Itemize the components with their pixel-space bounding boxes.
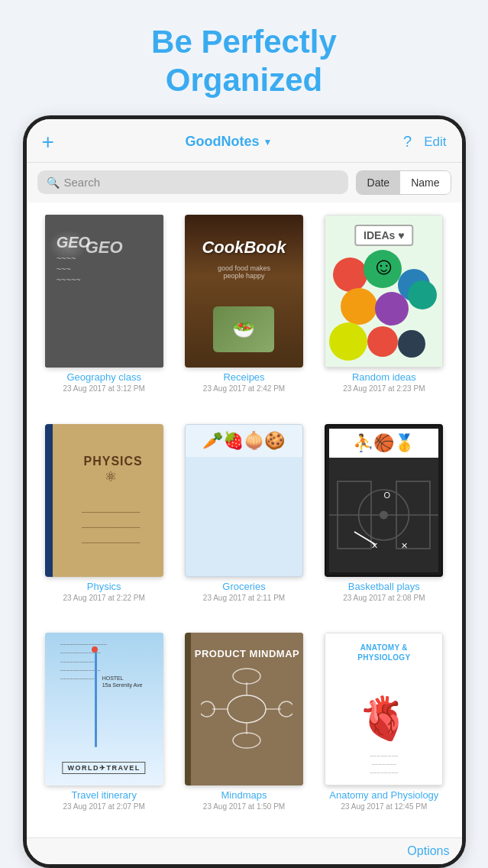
notebook-date: 23 Aug 2017 at 1:50 PM [203,802,285,811]
cookbook-sub: good food makespeople happy [191,264,298,280]
notebook-name: Physics [87,581,121,592]
notebook-date: 23 Aug 2017 at 2:23 PM [343,384,425,393]
mindmap-svg [201,667,292,751]
notebook-item[interactable]: 🥕🍓🧅🍪 Groceries 23 Aug 2017 at 2:11 PM [174,419,314,629]
notebook-cover-travel: ~~~~~~~~~~~~~~~ ~~~~~~~~~~~~~ ~~~~~~~~~~… [45,633,163,785]
dot-red2 [367,326,398,357]
search-icon: 🔍 [47,177,60,189]
notebook-item[interactable]: Product Mindmap [174,628,314,837]
notebook-item[interactable]: ⛹️🏀🥇 ✕ ✕ O [314,419,454,629]
svg-text:✕: ✕ [401,541,408,550]
notebook-date: 23 Aug 2017 at 2:11 PM [203,594,285,602]
notebook-cover-random: IDEAs ♥ ☺ [325,215,443,368]
nav-title-wrap[interactable]: GoodNotes ▼ [186,134,273,150]
notebook-item[interactable]: ANATOMY &PHYSIOLOGY 🫀 ~~~~~~~~~~~~~~~~~~… [314,628,454,837]
notebook-cover-physics: PHYSICS ⚛ ──────────────────────────────… [45,424,163,577]
notebook-name: Anatomy and Physiology [329,789,438,801]
notebook-name: Geography class [66,371,141,383]
dot-dark [398,330,425,358]
notebook-item[interactable]: ~~~~~~~~~~~~~~~ ~~~~~~~~~~~~~ ~~~~~~~~~~… [34,628,174,837]
physics-content: PHYSICS ⚛ ──────────────────────────────… [73,424,143,577]
map-road [95,648,97,747]
travel-map: ~~~~~~~~~~~~~~~ ~~~~~~~~~~~~~ ~~~~~~~~~~… [45,633,163,785]
svg-point-17 [233,733,260,748]
dot-teal [408,280,437,309]
map-pin [92,646,98,653]
notebook-name: Mindmaps [221,789,267,801]
notebook-name: Groceries [222,581,265,592]
dot-orange [341,288,377,325]
edit-button[interactable]: Edit [424,134,446,150]
toolbar: 🔍 Search Date Name [27,163,462,202]
sort-buttons: Date Name [356,170,451,195]
court-svg: ✕ ✕ O [329,458,438,572]
notebook-item[interactable]: IDEAs ♥ ☺ Random ideas 23 Aug 2017 at 2:… [314,210,454,419]
notebook-date: 23 Aug 2017 at 2:07 PM [63,802,145,811]
sort-date-button[interactable]: Date [357,171,401,194]
hero-title-line2: Organized [166,62,322,98]
cookbook-title: CookBook [202,238,286,257]
notebook-name: Random ideas [352,371,416,383]
atom-icon: ⚛ [105,468,117,485]
notebook-cover-mindmap: Product Mindmap [185,633,303,785]
notebook-item[interactable]: GEO ~~~~~~~~~~~~ Geography class 23 Aug … [34,210,174,419]
notebook-name: Travel itinerary [71,789,136,801]
search-box[interactable]: 🔍 Search [37,170,348,194]
map-hostel: HOSTEL15a Serenity Ave [102,675,143,688]
hero-title-line1: Be Perfectly [151,24,337,60]
ideas-label: IDEAs ♥ [354,225,413,246]
dot-purple [375,292,409,326]
physics-lines: ──────────────────────────────────── [82,508,141,546]
svg-text:O: O [384,491,391,500]
notebook-date: 23 Aug 2017 at 3:12 PM [63,384,145,393]
basketball-inner: ⛹️🏀🥇 ✕ ✕ O [329,429,438,572]
heart-icon: 🫀 [357,694,410,743]
nav-actions: ? Edit [403,133,446,151]
svg-point-11 [233,669,260,684]
mindmap-bg: Product Mindmap [191,633,303,785]
phone-shell: + GoodNotes ▼ ? Edit 🔍 Search Date Name … [23,115,466,868]
anatomy-lines: ~~~~~~~~~~~~~~~~~~~~~~~ [370,752,398,778]
notebooks-grid: GEO ~~~~~~~~~~~~ Geography class 23 Aug … [27,202,462,837]
svg-point-4 [380,510,388,519]
notebook-cover-geo: GEO ~~~~~~~~~~~~ [45,215,163,368]
notebook-name: Receipes [223,371,264,383]
physics-text: PHYSICS [79,455,143,468]
notebook-cover-basketball: ⛹️🏀🥇 ✕ ✕ O [325,424,443,577]
svg-point-9 [228,695,266,723]
notebook-date: 23 Aug 2017 at 2:22 PM [63,594,145,602]
map-text: ~~~~~~~~~~~~~~~ ~~~~~~~~~~~~~ ~~~~~~~~~~… [60,640,107,683]
anatomy-title: ANATOMY &PHYSIOLOGY [325,643,442,662]
food-image: 🥗 [213,306,274,352]
notebook-date: 23 Aug 2017 at 2:42 PM [203,384,285,393]
notebook-name: Basketball plays [348,581,420,592]
geo-label: GEO [57,234,90,251]
basketball-top-icons: ⛹️🏀🥇 [329,429,438,458]
grocery-emojis: 🥕🍓🧅🍪 [186,425,302,457]
world-travel-label: WORLD✈TRAVEL [62,762,145,774]
sort-name-button[interactable]: Name [400,171,450,194]
options-bar: Options [27,837,462,864]
help-button[interactable]: ? [403,133,412,151]
smiley-icon: ☺ [371,252,396,280]
notebook-cover-groceries: 🥕🍓🧅🍪 [185,424,303,577]
search-label: Search [64,176,101,189]
options-button[interactable]: Options [407,844,449,857]
anatomy-bg: ANATOMY &PHYSIOLOGY 🫀 ~~~~~~~~~~~~~~~~~~… [325,633,442,785]
mindmap-title: Product Mindmap [191,648,303,659]
notebook-item[interactable]: CookBook good food makespeople happy 🥗 R… [174,210,314,419]
dots-pattern: IDEAs ♥ ☺ [325,215,442,367]
add-button[interactable]: + [42,130,54,154]
notebook-item[interactable]: PHYSICS ⚛ ──────────────────────────────… [34,419,174,629]
notebook-cover-anatomy: ANATOMY &PHYSIOLOGY 🫀 ~~~~~~~~~~~~~~~~~~… [325,633,443,785]
dot-yellow [329,322,367,361]
nav-bar: + GoodNotes ▼ ? Edit [27,119,462,163]
dot-red [333,257,367,292]
cookbook-bg: CookBook good food makespeople happy 🥗 [185,215,303,368]
notebook-date: 23 Aug 2017 at 12:45 PM [341,802,427,811]
basketball-court-area: ✕ ✕ O [329,458,438,572]
geo-sub: ~~~~~~~~~~~~ [57,253,81,286]
notebook-date: 23 Aug 2017 at 2:08 PM [343,594,425,602]
app-title: GoodNotes [186,134,260,150]
notebook-cover-cookbook: CookBook good food makespeople happy 🥗 [185,215,303,368]
